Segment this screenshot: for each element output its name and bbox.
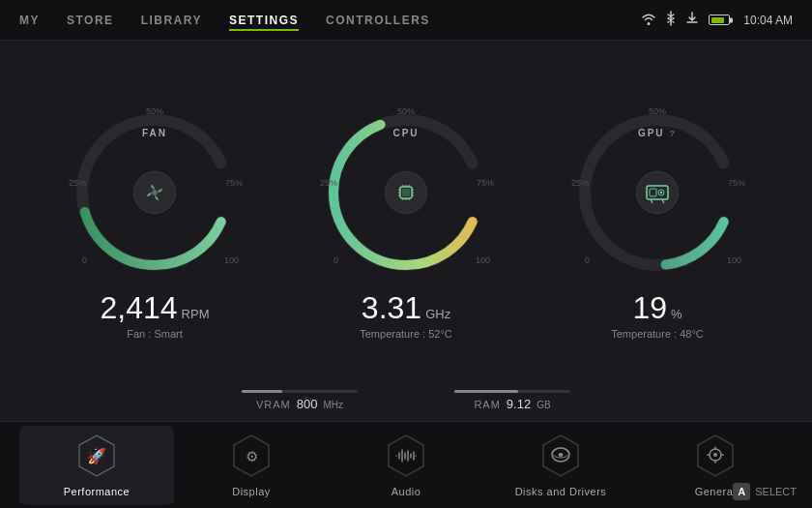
general-icon-hex bbox=[693, 433, 738, 478]
disks-icon-hex bbox=[538, 433, 583, 478]
clock: 10:04 AM bbox=[743, 14, 793, 27]
gpu-value: 19 bbox=[632, 290, 667, 326]
cpu-title: CPU bbox=[392, 128, 419, 138]
vram-bar bbox=[242, 390, 358, 393]
ram-label: RAM bbox=[474, 399, 500, 410]
svg-point-46 bbox=[559, 453, 564, 457]
ram-value: 9.12 bbox=[507, 397, 531, 411]
ram-stat: RAM 9.12 GB bbox=[454, 390, 570, 411]
audio-icon-hex bbox=[384, 433, 428, 478]
select-label: SELECT bbox=[755, 486, 797, 497]
nav-library[interactable]: LIBRARY bbox=[141, 10, 202, 31]
vram-value: 800 bbox=[297, 397, 318, 411]
select-button-icon: A bbox=[733, 483, 750, 500]
svg-text:⚙: ⚙ bbox=[246, 448, 258, 464]
fan-value: 2,414 bbox=[101, 290, 178, 326]
svg-marker-34 bbox=[389, 435, 423, 476]
fan-value-row: 2,414 RPM bbox=[101, 290, 210, 326]
top-nav: MY STORE LIBRARY SETTINGS CONTROLLERS bbox=[0, 0, 812, 41]
fan-title: FAN bbox=[142, 128, 167, 138]
cpu-value-row: 3.31 GHz bbox=[362, 290, 450, 326]
tab-audio[interactable]: Audio bbox=[329, 426, 483, 505]
gpu-subtitle: Temperature : 48°C bbox=[611, 328, 704, 340]
svg-point-49 bbox=[713, 453, 717, 457]
display-icon-hex: ⚙ bbox=[229, 433, 274, 478]
gpu-help-icon[interactable]: ? bbox=[670, 129, 678, 138]
vram-stat: VRAM 800 MHz bbox=[242, 390, 358, 411]
svg-point-29 bbox=[660, 192, 662, 194]
vram-unit: MHz bbox=[323, 400, 343, 410]
fan-unit: RPM bbox=[182, 307, 210, 321]
performance-icon-hex: 🚀 bbox=[74, 433, 119, 478]
vram-label: VRAM bbox=[256, 399, 291, 410]
bluetooth-icon bbox=[666, 11, 676, 29]
ram-bar-fill bbox=[454, 390, 518, 393]
stats-row: VRAM 800 MHz RAM 9.12 GB bbox=[29, 380, 783, 411]
tab-general-label: General bbox=[695, 486, 737, 497]
svg-point-5 bbox=[153, 191, 157, 194]
cpu-unit: GHz bbox=[425, 307, 450, 321]
tab-disks[interactable]: Disks and Drivers bbox=[483, 426, 638, 505]
cpu-subtitle: Temperature : 52°C bbox=[360, 328, 452, 340]
ram-bar bbox=[454, 390, 570, 393]
fan-icon bbox=[133, 171, 176, 214]
tab-performance[interactable]: 🚀 Performance bbox=[19, 426, 174, 505]
bottom-tab-bar: 🚀 Performance ⚙ Display bbox=[0, 421, 812, 508]
nav-store[interactable]: STORE bbox=[67, 10, 114, 31]
select-hint: A SELECT bbox=[733, 483, 797, 500]
main-content: 50% 25% 75% 0 100 FAN 2,414 RPM Fan : bbox=[0, 41, 812, 421]
nav-controllers[interactable]: CONTROLLERS bbox=[326, 10, 430, 31]
gauges-row: 50% 25% 75% 0 100 FAN 2,414 RPM Fan : bbox=[29, 60, 783, 380]
cpu-value: 3.31 bbox=[362, 290, 421, 326]
tab-disks-label: Disks and Drivers bbox=[515, 486, 607, 497]
gpu-gauge: 50% 25% 75% 0 100 GPU ? bbox=[551, 101, 764, 340]
gpu-value-row: 19 % bbox=[632, 290, 682, 326]
svg-text:🚀: 🚀 bbox=[87, 447, 106, 465]
download-icon bbox=[685, 12, 699, 28]
wifi-icon bbox=[641, 12, 656, 28]
gpu-title: GPU ? bbox=[638, 128, 677, 138]
tab-performance-label: Performance bbox=[64, 486, 130, 497]
cpu-icon bbox=[385, 171, 427, 214]
status-bar: 10:04 AM bbox=[641, 11, 793, 29]
svg-rect-9 bbox=[402, 189, 410, 196]
nav-settings[interactable]: SETTINGS bbox=[229, 10, 299, 31]
cpu-gauge: 50% 25% 75% 0 100 CPU bbox=[300, 101, 512, 340]
vram-bar-fill bbox=[242, 390, 282, 393]
svg-rect-25 bbox=[650, 189, 656, 196]
fan-subtitle: Fan : Smart bbox=[127, 328, 182, 340]
gpu-unit: % bbox=[671, 307, 682, 321]
battery-icon bbox=[709, 15, 730, 25]
nav-my[interactable]: MY bbox=[19, 10, 40, 31]
fan-gauge: 50% 25% 75% 0 100 FAN 2,414 RPM Fan : bbox=[48, 101, 261, 340]
tab-display[interactable]: ⚙ Display bbox=[174, 426, 329, 505]
tab-audio-label: Audio bbox=[392, 486, 421, 497]
tab-display-label: Display bbox=[232, 486, 271, 497]
ram-unit: GB bbox=[536, 400, 550, 410]
gpu-icon bbox=[636, 171, 679, 214]
